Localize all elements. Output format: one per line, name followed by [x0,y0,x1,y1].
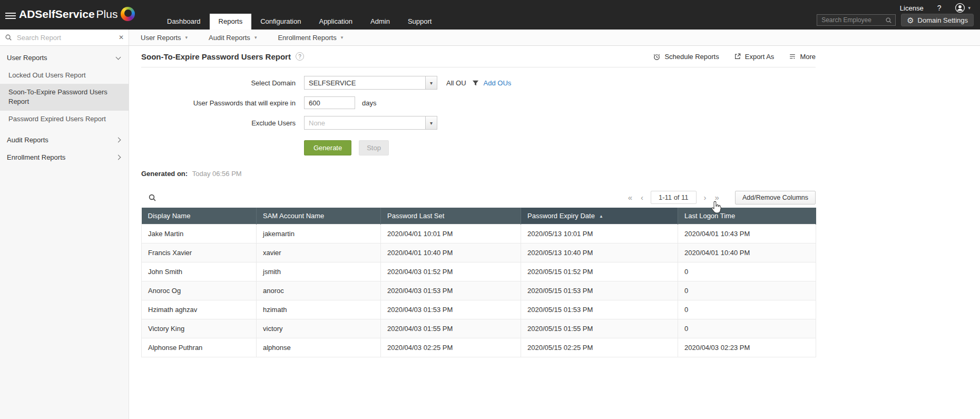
table-row: John Smithjsmith2020/04/03 01:52 PM2020/… [142,262,816,281]
table-cell: 2020/04/01 10:01 PM [381,225,521,243]
table-cell: 2020/05/13 10:01 PM [521,225,678,243]
search-employee-input[interactable] [820,16,883,24]
nav-reports[interactable]: Reports [210,14,252,30]
table-cell: victory [257,319,381,338]
sidebar-item-soon-to-expire[interactable]: Soon-To-Expire Password Users Report [0,84,129,110]
hamburger-menu-icon[interactable] [5,11,16,21]
generated-on-label: Generated on: [141,170,188,178]
add-ous-link[interactable]: Add OUs [484,79,512,87]
search-report-box: ✕ [0,30,129,45]
search-employee-box [817,14,896,26]
nav-admin[interactable]: Admin [361,14,399,30]
chevron-down-icon: ▾ [425,116,437,129]
generated-on: Generated on: Today 06:56 PM [141,170,816,178]
pagination-count: 1-11 of 11 [651,191,697,204]
pagination-first-button[interactable]: « [624,193,636,201]
pagination-next-button[interactable]: › [700,193,711,201]
help-icon[interactable]: ? [937,4,942,12]
export-as-button[interactable]: Export As [734,53,775,61]
search-report-input[interactable] [16,33,115,42]
license-link[interactable]: License [900,4,924,12]
table-cell: 2020/05/13 10:40 PM [521,243,678,262]
table-cell: 2020/04/03 01:53 PM [381,300,521,319]
chevron-down-icon [116,55,121,60]
search-icon[interactable] [885,17,892,24]
domain-settings-label: Domain Settings [918,16,968,24]
column-header-last-logon-time[interactable]: Last Logon Time [678,208,816,225]
chevron-down-icon: ▾ [341,35,344,40]
report-category-tabs: User Reports ▾ Audit Reports ▾ Enrollmen… [129,30,354,45]
table-cell: Francis Xavier [142,243,257,262]
gear-icon: ⚙ [907,16,914,24]
table-cell: 2020/04/01 10:43 PM [678,225,816,243]
table-toolbar: « ‹ 1-11 of 11 › » Add/Remove Columns [141,190,816,204]
table-cell: Anoroc Og [142,281,257,300]
table-row: Hzimath aghzavhzimath2020/04/03 01:53 PM… [142,300,816,319]
table-cell: 2020/04/03 02:23 PM [678,338,816,357]
table-cell: jakemartin [257,225,381,243]
table-cell: hzimath [257,300,381,319]
nav-dashboard[interactable]: Dashboard [158,14,210,30]
ou-filter-icon[interactable] [472,80,479,86]
table-cell: alphonse [257,338,381,357]
nav-application[interactable]: Application [310,14,361,30]
table-cell: John Smith [142,262,257,281]
column-header-password-expiry-date[interactable]: Password Expiry Date▲ [521,208,678,225]
domain-settings-button[interactable]: ⚙ Domain Settings [901,14,974,26]
table-row: Alphonse Puthranalphonse2020/04/03 02:25… [142,338,816,357]
table-cell: 0 [678,281,816,300]
export-icon [734,53,741,60]
column-header-display-name[interactable]: Display Name [142,208,257,225]
chevron-right-icon [116,137,121,142]
table-cell: 2020/04/03 01:52 PM [381,262,521,281]
table-cell: Hzimath aghzav [142,300,257,319]
select-domain-dropdown[interactable]: SELFSERVICE ▾ [304,76,437,90]
table-search-icon[interactable] [148,193,156,202]
sidebar: User Reports Locked Out Users Report Soo… [0,46,129,419]
exclude-users-label: Exclude Users [141,119,296,127]
title-help-icon[interactable]: ? [296,52,304,61]
pagination-prev-button[interactable]: ‹ [636,193,648,201]
top-bar: ADSelfService Plus Dashboard Reports Con… [0,0,980,30]
table-cell: 2020/04/03 01:55 PM [381,319,521,338]
chevron-down-icon: ▾ [254,35,257,40]
logo-text-sub: Plus [96,8,118,21]
pagination-last-button[interactable]: » [711,193,723,201]
table-cell: xavier [257,243,381,262]
sidebar-item-password-expired[interactable]: Password Expired Users Report [0,111,129,128]
search-icon [5,34,12,41]
exclude-users-dropdown[interactable]: None ▾ [304,116,437,130]
report-nav-bar: ✕ User Reports ▾ Audit Reports ▾ Enrollm… [0,30,980,46]
tab-user-reports[interactable]: User Reports ▾ [130,30,198,45]
tab-enrollment-reports[interactable]: Enrollment Reports ▾ [267,30,354,45]
generated-on-value: Today 06:56 PM [192,170,242,178]
user-menu[interactable]: ▾ [955,3,971,13]
sidebar-item-locked-out-users[interactable]: Locked Out Users Report [0,67,129,84]
chevron-down-icon: ▾ [968,5,971,11]
sidebar-section-audit-reports[interactable]: Audit Reports [0,131,129,149]
table-cell: 2020/05/15 01:52 PM [521,262,678,281]
close-icon[interactable]: ✕ [119,34,124,41]
nav-support[interactable]: Support [399,14,441,30]
logo-text-main: ADSelfService [19,8,95,21]
expire-days-input[interactable] [304,96,355,109]
sidebar-section-enrollment-reports[interactable]: Enrollment Reports [0,149,129,166]
top-search-area: ⚙ Domain Settings [817,14,974,26]
table-cell: 2020/04/01 10:40 PM [678,243,816,262]
nav-configuration[interactable]: Configuration [251,14,310,30]
generate-button[interactable]: Generate [304,140,351,155]
table-cell: Alphonse Puthran [142,338,257,357]
tab-audit-reports[interactable]: Audit Reports ▾ [198,30,267,45]
logo-swirl-icon [121,7,135,21]
column-header-password-last-set[interactable]: Password Last Set [381,208,521,225]
more-button[interactable]: More [789,53,816,61]
sidebar-section-user-reports[interactable]: User Reports [0,49,129,66]
expire-in-label: User Passwords that will expire in [141,99,296,107]
table-row: Jake Martinjakemartin2020/04/01 10:01 PM… [142,225,816,243]
column-header-sam-account-name[interactable]: SAM Account Name [257,208,381,225]
page-title: Soon-To-Expire Password Users Report [141,52,291,61]
add-remove-columns-button[interactable]: Add/Remove Columns [735,191,816,204]
stop-button[interactable]: Stop [359,140,389,155]
schedule-reports-button[interactable]: Schedule Reports [653,53,719,61]
table-cell: 0 [678,262,816,281]
